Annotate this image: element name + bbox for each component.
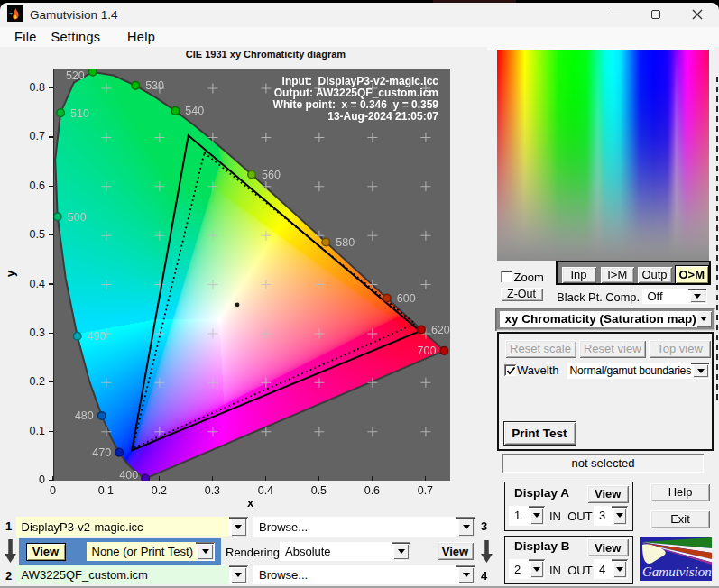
svg-text:Gamutvision: Gamutvision [642, 565, 712, 579]
